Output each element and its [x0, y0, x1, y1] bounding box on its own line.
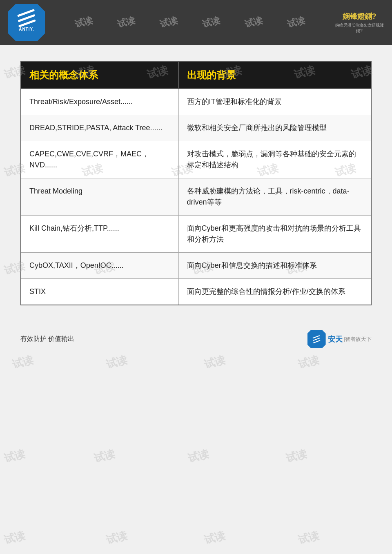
header-watermarks: 试读 试读 试读 试读 试读 试读 [45, 16, 335, 29]
table-cell-col1: Kill Chain,钻石分析,TTP...... [21, 216, 178, 253]
table-row: Threat/Risk/Exposure/Asset......西方的IT管理和… [21, 89, 371, 115]
table-row: Threat Modeling各种威胁建模的方法论，工具，risk-centri… [21, 178, 371, 216]
table-row: DREAD,STRIDE,PASTA, Attack Tree......微软和… [21, 115, 371, 141]
table-cell-col2: 面向更完整的综合性的情报分析/作业/交换的体系 [178, 279, 371, 305]
table-cell-col2: 面向Cyber和信息交换的描述和标准体系 [178, 253, 371, 279]
footer-brand-sub: |智者敌天下 [344, 336, 372, 343]
header-right-logo: 娴锋嬁鍘? 娴峰叧淇℃伅瀹夊叏鍩规湰鍥? [335, 8, 384, 37]
header-wm-2: 试读 [116, 16, 136, 29]
col2-header: 出现的背景 [178, 62, 371, 89]
footer-logo: 安天 |智者敌天下 [307, 330, 372, 348]
table-cell-col1: STIX [21, 279, 178, 305]
table-cell-col1: CAPEC,CWE,CVE,CVRF，MAEC，NVD...... [21, 141, 178, 178]
table-cell-col1: Threat Modeling [21, 178, 178, 216]
watermark-21: 试读 [92, 447, 116, 466]
table-row: CAPEC,CWE,CVE,CVRF，MAEC，NVD......对攻击模式，脆… [21, 141, 371, 178]
watermark-27: 试读 [296, 528, 321, 547]
header-wm-6: 试读 [286, 16, 306, 29]
table-row: Kill Chain,钻石分析,TTP......面向Cyber和更高强度的攻击… [21, 216, 371, 253]
table-cell-col1: CybOX,TAXII，OpenIOC...... [21, 253, 178, 279]
table-cell-col1: DREAD,STRIDE,PASTA, Attack Tree...... [21, 115, 178, 141]
header-wm-4: 试读 [201, 16, 221, 29]
header-wm-1: 试读 [74, 16, 94, 29]
watermark-26: 试读 [203, 528, 227, 547]
watermark-25: 试读 [105, 528, 129, 547]
footer-brand: 安天 [328, 334, 343, 344]
header-wm-5: 试读 [243, 16, 264, 29]
table-cell-col2: 西方的IT管理和标准化的背景 [178, 89, 371, 115]
table-cell-col2: 面向Cyber和更高强度的攻击和对抗的场景的分析工具和分析方法 [178, 216, 371, 253]
footer-logo-icon [307, 330, 326, 348]
table-cell-col1: Threat/Risk/Exposure/Asset...... [21, 89, 178, 115]
table-header-row: 相关的概念体系 出现的背景 [21, 62, 371, 89]
main-content: 相关的概念体系 出现的背景 Threat/Risk/Exposure/Asset… [0, 45, 392, 318]
table-cell-col2: 各种威胁建模的方法论，工具，risk-centric，data-driven等等 [178, 178, 371, 216]
concept-table: 相关的概念体系 出现的背景 Threat/Risk/Exposure/Asset… [20, 61, 372, 305]
col1-header: 相关的概念体系 [21, 62, 178, 89]
table-cell-col2: 微软和相关安全厂商所推出的风险管理模型 [178, 115, 371, 141]
footer: 有效防护 价值输出 安天 |智者敌天下 [0, 322, 392, 356]
antiy-logo: ANTIY. [8, 4, 45, 41]
header-wm-3: 试读 [158, 16, 179, 29]
table-row: CybOX,TAXII，OpenIOC......面向Cyber和信息交换的描述… [21, 253, 371, 279]
watermark-23: 试读 [284, 447, 308, 466]
brand-name: 娴锋嬁鍘? [343, 11, 376, 21]
logo-label: ANTIY. [19, 27, 34, 31]
logo-stripes [18, 13, 36, 23]
brand-sub: 娴峰叧淇℃伅瀹夊叏鍩规湰鍥? [335, 22, 384, 34]
watermark-22: 试读 [186, 447, 210, 466]
table-row: STIX面向更完整的综合性的情报分析/作业/交换的体系 [21, 279, 371, 305]
footer-tagline: 有效防护 价值输出 [20, 335, 74, 343]
header-bar: ANTIY. 试读 试读 试读 试读 试读 试读 娴锋嬁鍘? 娴峰叧淇℃伅瀹夊叏… [0, 0, 392, 45]
watermark-20: 试读 [2, 447, 27, 466]
watermark-24: 试读 [2, 528, 27, 547]
table-cell-col2: 对攻击模式，脆弱点，漏洞等各种基础的安全元素的标定和描述结构 [178, 141, 371, 178]
